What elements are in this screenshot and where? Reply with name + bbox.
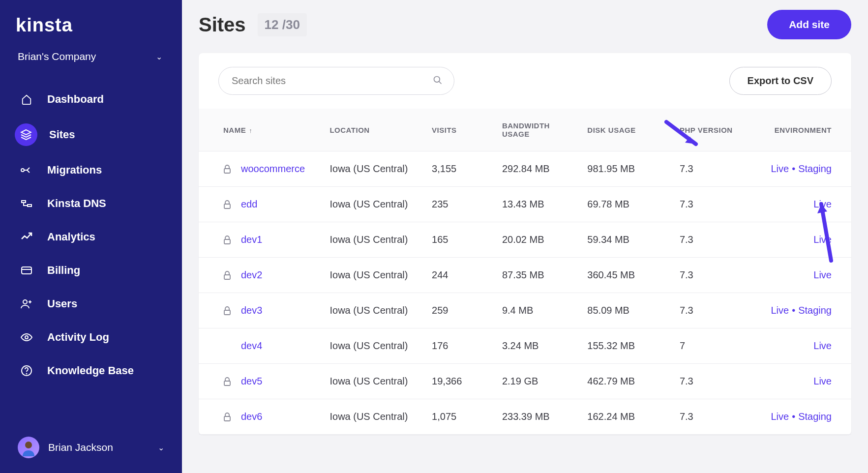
env-live-link[interactable]: Live: [813, 199, 832, 209]
table-row: dev6 Iowa (US Central) 1,075 233.39 MB 1…: [199, 399, 851, 435]
site-link[interactable]: dev1: [241, 234, 262, 245]
col-disk[interactable]: DISK USAGE: [582, 109, 675, 151]
cell-visits: 176: [427, 328, 497, 364]
nav-label: Migrations: [47, 164, 102, 177]
cell-php: 7.3: [675, 364, 759, 399]
cell-php: 7: [675, 328, 759, 364]
cell-php: 7.3: [675, 187, 759, 222]
cell-disk: 162.24 MB: [582, 399, 675, 435]
env-live-link[interactable]: Live: [771, 411, 789, 422]
user-menu[interactable]: Brian Jackson ⌄: [11, 432, 171, 463]
svg-point-12: [25, 442, 32, 448]
cell-env: Live: [759, 328, 851, 364]
env-live-link[interactable]: Live: [771, 305, 789, 316]
site-link[interactable]: dev3: [241, 305, 262, 316]
cell-visits: 244: [427, 258, 497, 293]
col-location[interactable]: LOCATION: [325, 109, 427, 151]
site-link[interactable]: dev2: [241, 269, 262, 281]
nav-sites[interactable]: Sites: [11, 120, 171, 149]
search-input[interactable]: [218, 67, 454, 95]
nav-dashboard[interactable]: Dashboard: [11, 87, 171, 112]
migrations-icon: [18, 165, 35, 175]
table-row: woocommerce Iowa (US Central) 3,155 292.…: [199, 151, 851, 187]
cell-disk: 85.09 MB: [582, 293, 675, 328]
users-icon: [18, 298, 35, 309]
cell-disk: 981.95 MB: [582, 151, 675, 187]
svg-rect-19: [224, 310, 230, 315]
cell-disk: 69.78 MB: [582, 187, 675, 222]
chevron-down-icon: ⌄: [158, 443, 164, 452]
col-bandwidth[interactable]: BANDWIDTH USAGE: [497, 109, 582, 151]
site-link[interactable]: dev6: [241, 411, 262, 422]
cell-visits: 165: [427, 222, 497, 258]
nav-analytics[interactable]: Analytics: [11, 225, 171, 249]
env-staging-link[interactable]: Staging: [798, 305, 832, 316]
cell-bandwidth: 2.19 GB: [497, 364, 582, 399]
nav-label: Kinsta DNS: [47, 197, 106, 210]
svg-rect-4: [22, 267, 31, 274]
cell-bandwidth: 9.4 MB: [497, 293, 582, 328]
site-link[interactable]: dev4: [241, 340, 262, 352]
cell-env: Live•Staging: [759, 293, 851, 328]
table-row: edd Iowa (US Central) 235 13.43 MB 69.78…: [199, 187, 851, 222]
env-live-link[interactable]: Live: [771, 163, 789, 174]
site-link[interactable]: dev5: [241, 376, 262, 387]
layers-icon: [15, 123, 37, 146]
cell-visits: 259: [427, 293, 497, 328]
svg-rect-3: [28, 205, 31, 207]
site-link[interactable]: woocommerce: [241, 163, 305, 175]
nav-users[interactable]: Users: [11, 292, 171, 316]
cell-location: Iowa (US Central): [325, 364, 427, 399]
cell-bandwidth: 3.24 MB: [497, 328, 582, 364]
cell-location: Iowa (US Central): [325, 293, 427, 328]
card-toolbar: Export to CSV: [199, 53, 851, 109]
nav-kb[interactable]: Knowledge Base: [11, 358, 171, 383]
add-site-button[interactable]: Add site: [767, 10, 851, 39]
env-staging-link[interactable]: Staging: [798, 163, 832, 174]
site-link[interactable]: edd: [241, 199, 257, 210]
user-name: Brian Jackson: [48, 442, 158, 453]
cell-visits: 235: [427, 187, 497, 222]
env-live-link[interactable]: Live: [813, 340, 832, 351]
lock-icon: [223, 165, 232, 174]
search-wrap: [218, 67, 454, 95]
cell-disk: 155.32 MB: [582, 328, 675, 364]
cell-env: Live•Staging: [759, 151, 851, 187]
env-live-link[interactable]: Live: [813, 376, 832, 386]
cell-bandwidth: 13.43 MB: [497, 187, 582, 222]
company-switcher[interactable]: Brian's Company ⌄: [11, 46, 171, 67]
col-visits[interactable]: VISITS: [427, 109, 497, 151]
cell-disk: 462.79 MB: [582, 364, 675, 399]
home-icon: [18, 94, 35, 105]
col-php[interactable]: PHP VERSION: [675, 109, 759, 151]
env-live-link[interactable]: Live: [813, 269, 832, 280]
cell-env: Live•Staging: [759, 399, 851, 435]
sites-count: 12 /30: [258, 13, 307, 36]
nav-dns[interactable]: Kinsta DNS: [11, 191, 171, 216]
nav-billing[interactable]: Billing: [11, 258, 171, 283]
cell-location: Iowa (US Central): [325, 258, 427, 293]
env-live-link[interactable]: Live: [813, 234, 832, 245]
export-csv-button[interactable]: Export to CSV: [729, 67, 832, 95]
brand-logo: KINSTA: [16, 15, 171, 36]
col-env[interactable]: ENVIRONMENT: [759, 109, 851, 151]
help-icon: [18, 365, 35, 377]
cell-env: Live: [759, 258, 851, 293]
nav-activity[interactable]: Activity Log: [11, 325, 171, 350]
cell-location: Iowa (US Central): [325, 328, 427, 364]
nav-migrations[interactable]: Migrations: [11, 158, 171, 182]
cell-php: 7.3: [675, 222, 759, 258]
table-row: dev1 Iowa (US Central) 165 20.02 MB 59.3…: [199, 222, 851, 258]
nav-label: Knowledge Base: [47, 364, 134, 377]
sites-card: Export to CSV NAME↑ LOCATION VISITS BAND…: [199, 53, 851, 435]
main-content: Sites 12 /30 Add site Export to CSV NAME…: [182, 0, 868, 473]
table-row: dev3 Iowa (US Central) 259 9.4 MB 85.09 …: [199, 293, 851, 328]
env-staging-link[interactable]: Staging: [798, 411, 832, 422]
col-name[interactable]: NAME↑: [199, 109, 325, 151]
svg-rect-20: [224, 381, 230, 385]
cell-php: 7.3: [675, 151, 759, 187]
svg-rect-16: [224, 204, 230, 208]
dot-separator: •: [792, 411, 795, 422]
cell-disk: 59.34 MB: [582, 222, 675, 258]
lock-icon: [223, 200, 232, 209]
